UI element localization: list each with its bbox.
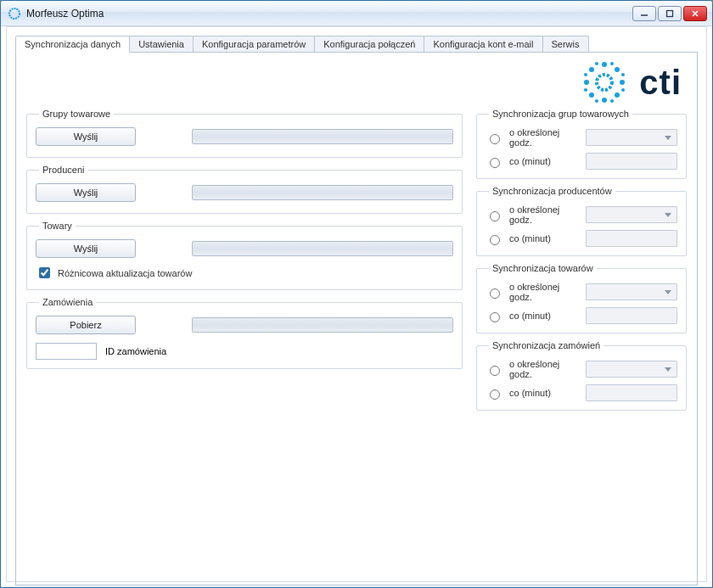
svg-point-9 bbox=[620, 80, 625, 85]
svg-point-16 bbox=[595, 99, 598, 103]
group-produceni: Produceni Wyślij bbox=[26, 165, 463, 214]
sync-groups-interval-radio[interactable] bbox=[490, 158, 500, 168]
group-grupy-towarowe: Grupy towarowe Wyślij bbox=[26, 109, 463, 158]
brand-logo: cti bbox=[581, 59, 682, 105]
sync-orders-interval-radio[interactable] bbox=[490, 389, 500, 400]
send-goods-button[interactable]: Wyślij bbox=[36, 239, 136, 258]
app-window: Morfeusz Optima Synchronizacja danych Us… bbox=[0, 0, 713, 588]
sync-goods-time-label: o określonej godz. bbox=[509, 282, 579, 302]
svg-point-19 bbox=[584, 88, 587, 92]
sync-goods-interval-label: co (minut) bbox=[509, 311, 579, 321]
group-towary: Towary Wyślij Różnicowa aktualizacja tow… bbox=[26, 221, 463, 290]
legend-grupy: Grupy towarowe bbox=[39, 109, 114, 119]
svg-point-5 bbox=[597, 75, 612, 90]
sync-producers: Synchronizacja producentów o określonej … bbox=[476, 186, 687, 256]
sync-orders: Synchronizacja zamówień o określonej god… bbox=[476, 340, 687, 411]
diff-update-checkbox[interactable] bbox=[39, 267, 50, 278]
sync-goods-interval-radio[interactable] bbox=[490, 312, 500, 322]
logo-text: cti bbox=[639, 64, 682, 102]
sync-groups-time-combo[interactable] bbox=[586, 129, 677, 146]
sync-goods: Synchronizacja towarów o określonej godz… bbox=[476, 263, 687, 333]
tab-strip: Synchronizacja danych Ustawienia Konfigu… bbox=[15, 36, 698, 53]
window-controls bbox=[632, 6, 707, 21]
app-icon bbox=[8, 7, 21, 20]
tab-params[interactable]: Konfiguracja parametrów bbox=[193, 36, 315, 52]
fetch-orders-button[interactable]: Pobierz bbox=[36, 316, 136, 334]
sync-groups-time-radio[interactable] bbox=[490, 134, 500, 144]
svg-point-8 bbox=[584, 80, 589, 85]
progress-producers bbox=[192, 185, 453, 200]
tab-settings[interactable]: Ustawienia bbox=[129, 36, 194, 52]
legend-zamowienia: Zamówienia bbox=[39, 297, 96, 307]
sync-goods-time-combo[interactable] bbox=[586, 283, 677, 300]
svg-point-6 bbox=[602, 62, 607, 67]
svg-point-0 bbox=[9, 8, 20, 19]
sync-groups-interval-input[interactable] bbox=[586, 153, 677, 170]
sync-groups: Synchronizacja grup towarowych o określo… bbox=[476, 109, 687, 179]
sync-producers-interval-radio[interactable] bbox=[490, 235, 500, 245]
sync-producers-time-combo[interactable] bbox=[586, 206, 677, 223]
progress-groups bbox=[192, 129, 453, 144]
sync-producers-interval-label: co (minut) bbox=[509, 233, 579, 244]
progress-orders bbox=[192, 317, 453, 333]
svg-point-15 bbox=[610, 62, 614, 65]
minimize-button[interactable] bbox=[632, 6, 656, 21]
sync-orders-time-label: o określonej godz. bbox=[509, 359, 579, 379]
logo-mark-icon bbox=[581, 59, 627, 105]
sync-producers-time-label: o określonej godz. bbox=[509, 204, 579, 225]
sync-groups-time-label: o określonej godz. bbox=[509, 127, 579, 148]
maximize-button[interactable] bbox=[658, 6, 682, 21]
tab-connections[interactable]: Konfiguracja połączeń bbox=[314, 36, 424, 52]
legend-sync-orders: Synchronizacja zamówień bbox=[489, 340, 604, 350]
order-id-input[interactable] bbox=[36, 343, 97, 360]
sync-producers-time-radio[interactable] bbox=[490, 211, 500, 221]
sync-groups-interval-label: co (minut) bbox=[509, 156, 579, 166]
tab-body: cti Grupy towarowe Wyślij Produceni bbox=[15, 53, 698, 585]
sync-orders-interval-label: co (minut) bbox=[509, 388, 579, 398]
svg-point-13 bbox=[615, 92, 620, 98]
tab-email[interactable]: Konfiguracja kont e-mail bbox=[424, 36, 542, 52]
window-title: Morfeusz Optima bbox=[26, 8, 104, 20]
svg-point-11 bbox=[615, 67, 620, 72]
legend-sync-groups: Synchronizacja grup towarowych bbox=[489, 109, 632, 119]
svg-point-14 bbox=[595, 62, 598, 65]
legend-towary: Towary bbox=[39, 221, 76, 231]
legend-produceni: Produceni bbox=[39, 165, 88, 175]
sync-goods-interval-input[interactable] bbox=[586, 307, 677, 324]
sync-orders-time-combo[interactable] bbox=[586, 361, 677, 378]
titlebar: Morfeusz Optima bbox=[1, 1, 712, 26]
progress-goods bbox=[192, 241, 453, 256]
client-area: Synchronizacja danych Ustawienia Konfigu… bbox=[6, 26, 707, 582]
svg-rect-2 bbox=[667, 10, 673, 16]
tab-sync[interactable]: Synchronizacja danych bbox=[15, 36, 130, 53]
svg-point-18 bbox=[584, 73, 587, 76]
tab-service[interactable]: Serwis bbox=[542, 36, 589, 52]
order-id-label: ID zamówienia bbox=[105, 346, 166, 356]
svg-point-21 bbox=[621, 88, 625, 92]
sync-orders-interval-input[interactable] bbox=[586, 384, 677, 401]
legend-sync-producers: Synchronizacja producentów bbox=[489, 186, 615, 196]
send-groups-button[interactable]: Wyślij bbox=[36, 127, 136, 146]
svg-point-12 bbox=[589, 92, 594, 98]
send-producers-button[interactable]: Wyślij bbox=[36, 183, 136, 202]
group-zamowienia: Zamówienia Pobierz ID zamówienia bbox=[26, 297, 463, 369]
sync-producers-interval-input[interactable] bbox=[586, 230, 677, 247]
sync-orders-time-radio[interactable] bbox=[490, 366, 500, 376]
close-button[interactable] bbox=[683, 6, 707, 21]
sync-goods-time-radio[interactable] bbox=[490, 288, 500, 299]
legend-sync-goods: Synchronizacja towarów bbox=[489, 263, 597, 273]
svg-point-10 bbox=[589, 67, 594, 72]
svg-point-7 bbox=[602, 98, 607, 103]
svg-point-20 bbox=[621, 73, 625, 76]
svg-point-17 bbox=[610, 99, 614, 103]
diff-update-label: Różnicowa aktualizacja towarów bbox=[58, 268, 192, 278]
